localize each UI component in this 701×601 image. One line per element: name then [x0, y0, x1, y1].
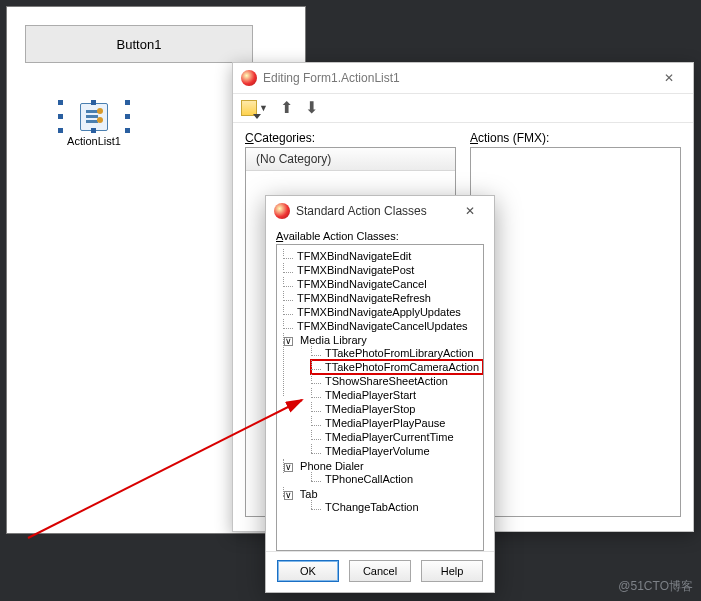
- window-title: Editing Form1.ActionList1: [263, 71, 400, 85]
- tree-leaf[interactable]: TFMXBindNavigateApplyUpdates: [283, 305, 483, 319]
- collapse-icon[interactable]: ∨: [284, 491, 293, 500]
- dropdown-caret-icon: ▼: [259, 103, 268, 113]
- tree-leaf[interactable]: TMediaPlayerStart: [311, 388, 483, 402]
- tree-leaf[interactable]: TFMXBindNavigateCancelUpdates: [283, 319, 483, 333]
- ok-button[interactable]: OK: [277, 560, 339, 582]
- cancel-button[interactable]: Cancel: [349, 560, 411, 582]
- tree-leaf[interactable]: TMediaPlayerStop: [311, 402, 483, 416]
- watermark-text: @51CTO博客: [618, 578, 693, 595]
- new-action-button[interactable]: ▼: [241, 100, 268, 116]
- tree-group[interactable]: ∨ Phone DialerTPhoneCallAction: [283, 459, 483, 487]
- tree-leaf[interactable]: TShowShareSheetAction: [311, 374, 483, 388]
- categories-item-no-category[interactable]: (No Category): [246, 148, 455, 171]
- available-classes-label: Available Action Classes:: [276, 230, 484, 242]
- dialog-button-row: OK Cancel Help: [266, 551, 494, 592]
- window-titlebar[interactable]: Editing Form1.ActionList1 ✕: [233, 63, 693, 93]
- designer-component-label: ActionList1: [61, 135, 127, 147]
- tree-leaf[interactable]: TFMXBindNavigatePost: [283, 263, 483, 277]
- categories-label: CCategories:: [245, 131, 456, 145]
- dialog-titlebar[interactable]: Standard Action Classes ✕: [266, 196, 494, 226]
- tree-leaf[interactable]: TPhoneCallAction: [311, 472, 483, 486]
- actionlist-icon: [80, 103, 108, 131]
- tree-leaf[interactable]: TFMXBindNavigateRefresh: [283, 291, 483, 305]
- tree-leaf[interactable]: TFMXBindNavigateEdit: [283, 249, 483, 263]
- tree-leaf[interactable]: TFMXBindNavigateCancel: [283, 277, 483, 291]
- move-up-button[interactable]: ⬆: [280, 100, 293, 116]
- close-button[interactable]: ✕: [454, 200, 486, 222]
- action-classes-tree[interactable]: TFMXBindNavigateEditTFMXBindNavigatePost…: [276, 244, 484, 551]
- editor-toolbar: ▼ ⬆ ⬇: [233, 93, 693, 123]
- app-icon: [274, 203, 290, 219]
- tree-group[interactable]: ∨ TabTChangeTabAction: [283, 487, 483, 515]
- tree-leaf[interactable]: TChangeTabAction: [311, 500, 483, 514]
- new-action-icon: [241, 100, 257, 116]
- tree-group[interactable]: ∨ Media LibraryTTakePhotoFromLibraryActi…: [283, 333, 483, 459]
- move-down-button[interactable]: ⬇: [305, 100, 318, 116]
- close-button[interactable]: ✕: [653, 67, 685, 89]
- collapse-icon[interactable]: ∨: [284, 337, 293, 346]
- dialog-title: Standard Action Classes: [296, 204, 427, 218]
- designer-button-label: Button1: [117, 37, 162, 52]
- tree-leaf[interactable]: TMediaPlayerVolume: [311, 444, 483, 458]
- designer-button-component[interactable]: Button1: [25, 25, 253, 63]
- actions-label: Actions (FMX):: [470, 131, 681, 145]
- actions-listbox[interactable]: [470, 147, 681, 517]
- tree-leaf[interactable]: TMediaPlayerCurrentTime: [311, 430, 483, 444]
- designer-actionlist-component[interactable]: ActionList1: [61, 103, 127, 147]
- tree-leaf[interactable]: TMediaPlayerPlayPause: [311, 416, 483, 430]
- help-button[interactable]: Help: [421, 560, 483, 582]
- app-icon: [241, 70, 257, 86]
- collapse-icon[interactable]: ∨: [284, 463, 293, 472]
- tree-leaf[interactable]: TTakePhotoFromCameraAction: [311, 360, 483, 374]
- standard-action-classes-dialog: Standard Action Classes ✕ Available Acti…: [265, 195, 495, 593]
- tree-leaf[interactable]: TTakePhotoFromLibraryAction: [311, 346, 483, 360]
